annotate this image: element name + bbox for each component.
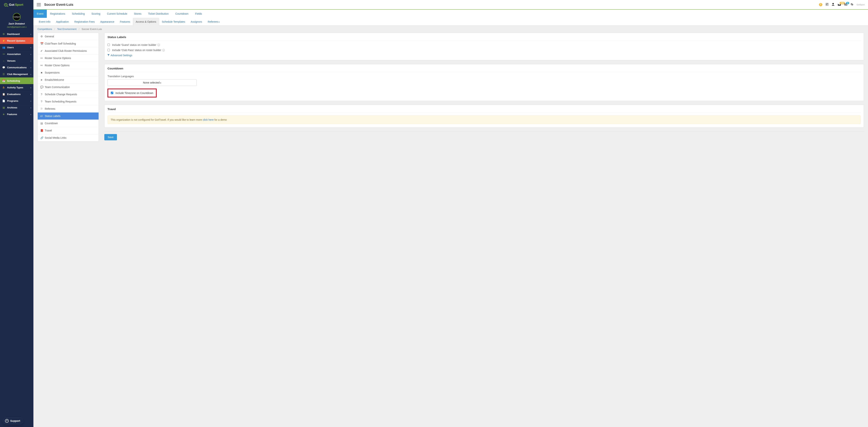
save-button[interactable]: Save xyxy=(104,134,117,140)
sidebar-item-communications[interactable]: 💬Communications› xyxy=(0,64,33,71)
option-label: Referees xyxy=(45,107,55,110)
tab-current-schedule[interactable]: Current Schedule xyxy=(103,10,130,18)
option-social-media-links[interactable]: 🔗Social Media Links xyxy=(38,134,99,141)
breadcrumb-env[interactable]: Test Envrionment xyxy=(57,28,76,30)
panel-title-travel: Travel xyxy=(107,108,861,111)
subtab-assignors[interactable]: Assignors xyxy=(188,18,205,25)
subtab-schedule-templates[interactable]: Schedule Templates xyxy=(159,18,188,25)
subtab-registration-fees[interactable]: Registration Fees xyxy=(72,18,98,25)
sidebar-item-evaluations[interactable]: 📋Evaluations› xyxy=(0,91,33,97)
sidebar-item-association[interactable]: ⚯Association› xyxy=(0,51,33,57)
option-countdown[interactable]: ▤Countdown xyxy=(38,120,99,127)
checkbox-guest-status[interactable] xyxy=(107,43,110,46)
chat-button[interactable]: 2 xyxy=(844,3,847,6)
mail-button[interactable]: 448 xyxy=(838,3,841,6)
right-column: Status Labels Include 'Guest' status on … xyxy=(104,33,864,140)
sidebar-item-recent-updates[interactable]: ⚡Recent Updates› xyxy=(0,37,33,44)
sidebar-item-dashboard[interactable]: ⚙Dashboard› xyxy=(0,31,33,37)
user-icon[interactable] xyxy=(832,3,834,6)
avatar[interactable]: GotSport xyxy=(13,13,21,21)
sidebar-item-archives[interactable]: ▤Archives› xyxy=(0,104,33,111)
option-icon: ⚯ xyxy=(40,57,43,60)
subtab-application[interactable]: Application xyxy=(53,18,72,25)
sidebar-item-features[interactable]: ★Features› xyxy=(0,111,33,118)
info-icon[interactable]: ⓘ xyxy=(157,43,160,47)
sidebar-item-users[interactable]: 👥Users› xyxy=(0,44,33,51)
help-button[interactable]: ? xyxy=(819,3,822,6)
option-roster-source-options[interactable]: ⚯Roster Source Options xyxy=(38,55,99,62)
sidebar-item-label: Archives xyxy=(7,106,17,109)
option-team-scheduling-requests[interactable]: ?Team Scheduling Requests xyxy=(38,98,99,105)
panel-title-status: Status Labels xyxy=(107,35,861,39)
select-translation-languages[interactable]: None selected xyxy=(107,79,196,86)
subtab-appearance[interactable]: Appearance xyxy=(97,18,117,25)
brand-logo[interactable]: GotSport xyxy=(0,0,33,10)
option-referees[interactable]: ⚐Referees xyxy=(38,105,99,113)
sidebar-item-scheduling[interactable]: 📅Scheduling› xyxy=(0,78,33,84)
qr-icon[interactable] xyxy=(826,3,829,6)
advanced-settings-link[interactable]: Advanced Settings xyxy=(107,54,132,57)
subtab-features[interactable]: Features xyxy=(117,18,133,25)
tab-scoring[interactable]: Scoring xyxy=(88,10,103,18)
sidebar-item-label: Club Management xyxy=(7,73,28,75)
option-label: Roster Clone Options xyxy=(45,64,70,67)
sidebar-item-label: Communications xyxy=(7,66,27,69)
topbar: Soccer Event-Luis ? 448 2 GotSport xyxy=(33,0,868,10)
info-icon[interactable]: ⓘ xyxy=(162,49,165,52)
tab-ticket-distribution[interactable]: Ticket Distribution xyxy=(145,10,172,18)
option-team-communication[interactable]: 💬Team Communication xyxy=(38,84,99,91)
chevron-right-icon: › xyxy=(30,47,31,49)
option-associated-club-roster-permissions[interactable]: ✔Associated Club Roster Permissions xyxy=(38,47,99,55)
home-icon: ⌂ xyxy=(2,59,5,62)
sidebar-item-label: Evaluations xyxy=(7,93,21,96)
save-bar: Save xyxy=(104,131,864,140)
chevron-right-icon: › xyxy=(30,53,31,55)
option-label: Status Labels xyxy=(45,115,61,118)
sidebar-item-label: Scheduling xyxy=(7,80,20,82)
option-icon: 📅 xyxy=(40,42,43,45)
tab-stores[interactable]: Stores xyxy=(130,10,145,18)
label-guest-status: Include 'Guest' status on roster builder xyxy=(112,43,156,47)
profile-email[interactable]: zach@gotsport.com xyxy=(2,26,32,28)
content: ⚙General📅Club/Team Self Scheduling✔Assoc… xyxy=(33,33,868,427)
link-click-here[interactable]: click here xyxy=(203,118,214,121)
hamburger-icon[interactable] xyxy=(37,3,41,6)
sidebar-item-venues[interactable]: ⌂Venues› xyxy=(0,57,33,64)
tab-registrations[interactable]: Registrations xyxy=(47,10,69,18)
tab-fields[interactable]: Fields xyxy=(192,10,205,18)
sidebar-item-club-management[interactable]: ☰Club Management› xyxy=(0,71,33,78)
option-roster-clone-options[interactable]: ⚯Roster Clone Options xyxy=(38,62,99,69)
profile-block: GotSport Zach Diotalevi zach@gotsport.co… xyxy=(0,10,33,31)
sidebar-item-programs[interactable]: 📄Programs› xyxy=(0,97,33,104)
panel-travel: Travel This organization is not configur… xyxy=(104,105,864,127)
gear-icon[interactable] xyxy=(850,3,853,6)
option-emails-welcome[interactable]: ➤Emails/Welcome xyxy=(38,76,99,84)
option-general[interactable]: ⚙General xyxy=(38,33,99,40)
option-icon: ■ xyxy=(40,71,43,74)
option-label: Team Communication xyxy=(45,86,70,89)
option-travel[interactable]: 📕Travel xyxy=(38,127,99,134)
sidebar-item-activity-types[interactable]: ⛹Activity Types› xyxy=(0,84,33,91)
chevron-right-icon: › xyxy=(30,66,31,69)
option-club-team-self-scheduling[interactable]: 📅Club/Team Self Scheduling xyxy=(38,40,99,47)
breadcrumb-current: Soccer Event-Luis xyxy=(82,28,102,30)
tab-scheduling[interactable]: Scheduling xyxy=(69,10,88,18)
subtab-referees[interactable]: Referees xyxy=(205,18,223,25)
checkbox-clubpass-status[interactable] xyxy=(107,49,110,51)
subtab-access-options[interactable]: Access & Options xyxy=(133,18,159,25)
sidebar-item-label: Recent Updates xyxy=(7,39,25,42)
breadcrumb-competitions[interactable]: Competitions xyxy=(37,28,52,30)
tabs-secondary: Event InfoApplicationRegistration FeesAp… xyxy=(33,18,868,25)
svg-rect-4 xyxy=(826,3,827,4)
subtab-event-info[interactable]: Event Info xyxy=(36,18,53,25)
option-schedule-change-requests[interactable]: ?Schedule Change Requests xyxy=(38,91,99,98)
caret-down-icon xyxy=(218,20,220,23)
panel-title-countdown: Countdown xyxy=(107,67,861,70)
checkbox-include-timezone[interactable] xyxy=(111,92,113,94)
support-button[interactable]: ? Support xyxy=(3,417,23,424)
option-suspensions[interactable]: ■Suspensions xyxy=(38,69,99,76)
option-status-labels[interactable]: 🏷Status Labels xyxy=(38,113,99,120)
tachometer-icon: ⚙ xyxy=(2,33,5,35)
tab-countdown[interactable]: Countdown xyxy=(172,10,192,18)
tab-event[interactable]: Event xyxy=(33,10,47,18)
